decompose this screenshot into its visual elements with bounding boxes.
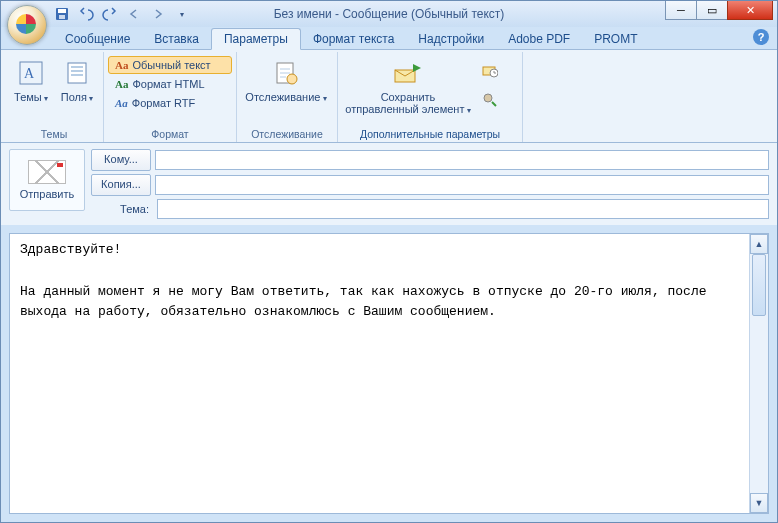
group-format-caption: Формат (104, 127, 236, 141)
tab-options[interactable]: Параметры (211, 28, 301, 50)
previous-icon[interactable] (125, 5, 143, 23)
svg-rect-2 (59, 15, 65, 19)
app-window: ▾ Без имени - Сообщение (Обычный текст) … (0, 0, 778, 523)
minimize-button[interactable]: ─ (665, 1, 697, 20)
compose-header: Отправить Кому... Копия... Тема: (1, 143, 777, 225)
tab-adobe-pdf[interactable]: Adobe PDF (496, 29, 582, 49)
subject-input[interactable] (157, 199, 769, 219)
fields-icon (61, 57, 93, 89)
format-plain-button[interactable]: AaОбычный текст (108, 56, 232, 74)
header-fields: Кому... Копия... Тема: (91, 149, 769, 219)
save-sent-icon (392, 57, 424, 89)
send-label: Отправить (20, 188, 75, 200)
save-icon[interactable] (53, 5, 71, 23)
quick-access-toolbar: ▾ (53, 5, 191, 23)
delay-delivery-button[interactable] (478, 58, 502, 82)
format-html-button[interactable]: AaФормат HTML (108, 75, 232, 93)
group-more-caption[interactable]: Дополнительные параметры (338, 127, 522, 141)
fields-label: Поля (61, 91, 87, 103)
group-themes: A Темы ▾ Поля ▾ Темы (5, 52, 104, 142)
redo-icon[interactable] (101, 5, 119, 23)
svg-rect-6 (71, 66, 83, 68)
message-body[interactable]: Здравствуйте! На данный момент я не могу… (20, 240, 746, 507)
title-bar: ▾ Без имени - Сообщение (Обычный текст) … (1, 1, 777, 27)
format-rtf-label: Формат RTF (132, 97, 195, 109)
tracking-icon (270, 57, 302, 89)
themes-label: Темы (14, 91, 42, 103)
message-body-area: Здравствуйте! На данный момент я не могу… (9, 233, 769, 514)
help-button[interactable]: ? (753, 29, 769, 45)
window-controls: ─ ▭ ✕ (666, 1, 773, 20)
send-button[interactable]: Отправить (9, 149, 85, 211)
qat-customize-icon[interactable]: ▾ (173, 5, 191, 23)
tracking-label: Отслеживание (245, 91, 320, 103)
svg-rect-8 (71, 74, 83, 76)
tab-promt[interactable]: PROMT (582, 29, 649, 49)
to-input[interactable] (155, 150, 769, 170)
group-tracking-caption: Отслеживание (237, 127, 337, 141)
vertical-scrollbar[interactable]: ▲ ▼ (749, 234, 768, 513)
tab-insert[interactable]: Вставка (142, 29, 211, 49)
group-more-options: Сохранить отправленный элемент ▾ Дополни… (338, 52, 523, 142)
office-button[interactable] (7, 5, 47, 45)
envelope-icon (28, 160, 66, 184)
group-themes-caption: Темы (5, 127, 103, 141)
direct-replies-button[interactable] (478, 88, 502, 112)
themes-icon: A (15, 57, 47, 89)
format-html-label: Формат HTML (132, 78, 204, 90)
svg-rect-1 (58, 9, 66, 13)
next-icon[interactable] (149, 5, 167, 23)
to-button[interactable]: Кому... (91, 149, 151, 171)
cc-input[interactable] (155, 175, 769, 195)
tab-format-text[interactable]: Формат текста (301, 29, 406, 49)
svg-rect-7 (71, 70, 83, 72)
ribbon: A Темы ▾ Поля ▾ Темы AaОбычный текст AaФ… (1, 50, 777, 143)
save-sent-label: Сохранить отправленный элемент (345, 91, 464, 115)
format-rtf-button[interactable]: AaФормат RTF (108, 94, 232, 112)
tab-message[interactable]: Сообщение (53, 29, 142, 49)
close-button[interactable]: ✕ (727, 1, 773, 20)
cc-button[interactable]: Копия... (91, 174, 151, 196)
svg-point-14 (484, 94, 492, 102)
subject-label: Тема: (91, 203, 153, 215)
svg-text:A: A (24, 66, 35, 81)
tab-addins[interactable]: Надстройки (406, 29, 496, 49)
format-plain-label: Обычный текст (132, 59, 210, 71)
scroll-down-button[interactable]: ▼ (750, 493, 768, 513)
group-tracking: Отслеживание ▾ Отслеживание (237, 52, 338, 142)
undo-icon[interactable] (77, 5, 95, 23)
group-format: AaОбычный текст AaФормат HTML AaФормат R… (104, 52, 237, 142)
svg-point-10 (287, 74, 297, 84)
scroll-up-button[interactable]: ▲ (750, 234, 768, 254)
maximize-button[interactable]: ▭ (696, 1, 728, 20)
scroll-thumb[interactable] (752, 254, 766, 316)
ribbon-tabs: Сообщение Вставка Параметры Формат текст… (1, 27, 777, 50)
